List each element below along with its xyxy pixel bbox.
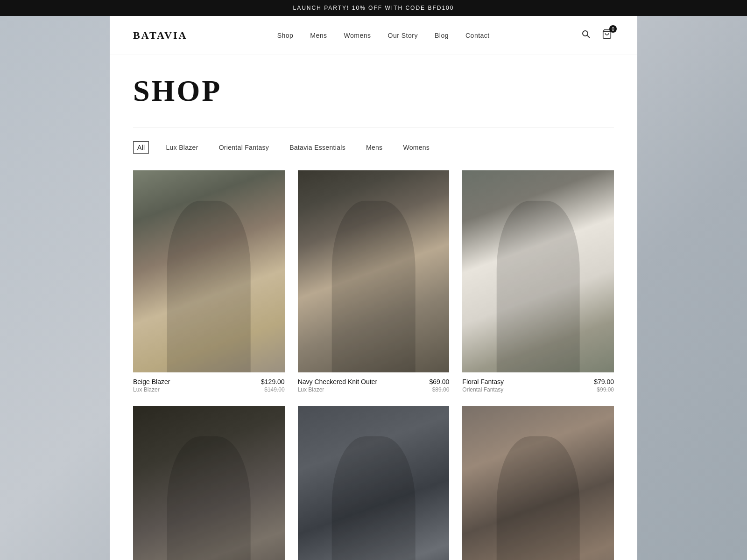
product-info-row-2: Oriental Fantasy$99.00 — [462, 385, 614, 393]
filter-tab-batavia-essentials[interactable]: Batavia Essentials — [286, 142, 349, 153]
nav-icons: 0 — [579, 27, 614, 43]
product-card[interactable]: Navy Checkered Knit Outer$69.00Lux Blaze… — [298, 170, 450, 393]
product-card[interactable]: Floral Fantasy$79.00Oriental Fantasy$99.… — [462, 170, 614, 393]
product-original-price: $89.00 — [432, 386, 450, 393]
product-info-row-2: Lux Blazer$89.00 — [298, 385, 450, 393]
site-logo[interactable]: BATAVIA — [133, 29, 187, 42]
site-header: BATAVIA ShopMensWomensOur StoryBlogConta… — [110, 16, 637, 55]
main-nav: ShopMensWomensOur StoryBlogContact — [277, 31, 490, 40]
svg-line-1 — [587, 35, 590, 38]
announcement-bar: LAUNCH PARTY! 10% OFF WITH CODE BFD100 — [0, 0, 747, 16]
cart-button[interactable]: 0 — [600, 27, 614, 43]
nav-link-mens[interactable]: Mens — [310, 32, 327, 39]
product-category: Oriental Fantasy — [462, 386, 503, 393]
product-image — [462, 406, 614, 560]
nav-link-our-story[interactable]: Our Story — [388, 32, 418, 39]
product-info: Navy Checkered Knit Outer$69.00Lux Blaze… — [298, 378, 450, 393]
product-name: Floral Fantasy — [462, 378, 504, 385]
product-info-row: Navy Checkered Knit Outer$69.00 — [298, 378, 450, 385]
filter-tab-all[interactable]: All — [133, 141, 149, 154]
divider — [133, 127, 614, 127]
product-category: Lux Blazer — [133, 386, 160, 393]
filter-tab-oriental-fantasy[interactable]: Oriental Fantasy — [215, 142, 273, 153]
product-sale-price: $69.00 — [430, 378, 450, 385]
nav-link-contact[interactable]: Contact — [465, 32, 490, 39]
nav-link-shop[interactable]: Shop — [277, 32, 294, 39]
product-original-price: $99.00 — [597, 386, 614, 393]
filter-tab-mens[interactable]: Mens — [362, 142, 386, 153]
filter-tab-lux-blazer[interactable]: Lux Blazer — [162, 142, 202, 153]
product-image — [298, 170, 450, 372]
nav-link-blog[interactable]: Blog — [435, 32, 449, 39]
search-button[interactable] — [579, 28, 592, 43]
product-category: Lux Blazer — [298, 386, 324, 393]
product-info-row: Beige Blazer$129.00 — [133, 378, 285, 385]
product-card[interactable] — [298, 406, 450, 560]
page-title: SHOP — [133, 74, 614, 108]
filter-tabs: AllLux BlazerOriental FantasyBatavia Ess… — [133, 141, 614, 154]
product-info: Beige Blazer$129.00Lux Blazer$149.00 — [133, 378, 285, 393]
product-image — [133, 170, 285, 372]
product-name: Navy Checkered Knit Outer — [298, 378, 377, 385]
cart-badge: 0 — [609, 25, 617, 33]
product-sale-price: $129.00 — [261, 378, 285, 385]
filter-tab-womens[interactable]: Womens — [399, 142, 433, 153]
product-card[interactable]: Beige Blazer$129.00Lux Blazer$149.00 — [133, 170, 285, 393]
product-info-row: Floral Fantasy$79.00 — [462, 378, 614, 385]
product-card[interactable] — [133, 406, 285, 560]
nav-link-womens[interactable]: Womens — [344, 32, 371, 39]
product-grid: Beige Blazer$129.00Lux Blazer$149.00Navy… — [133, 170, 614, 560]
product-sale-price: $79.00 — [594, 378, 614, 385]
search-icon — [581, 29, 591, 39]
product-image — [298, 406, 450, 560]
main-content: SHOP AllLux BlazerOriental FantasyBatavi… — [110, 55, 637, 560]
product-card[interactable] — [462, 406, 614, 560]
product-image — [133, 406, 285, 560]
product-name: Beige Blazer — [133, 378, 170, 385]
product-info-row-2: Lux Blazer$149.00 — [133, 385, 285, 393]
svg-point-0 — [583, 31, 588, 36]
product-original-price: $149.00 — [264, 386, 284, 393]
announcement-text: LAUNCH PARTY! 10% OFF WITH CODE BFD100 — [293, 5, 454, 11]
product-image — [462, 170, 614, 372]
product-info: Floral Fantasy$79.00Oriental Fantasy$99.… — [462, 378, 614, 393]
